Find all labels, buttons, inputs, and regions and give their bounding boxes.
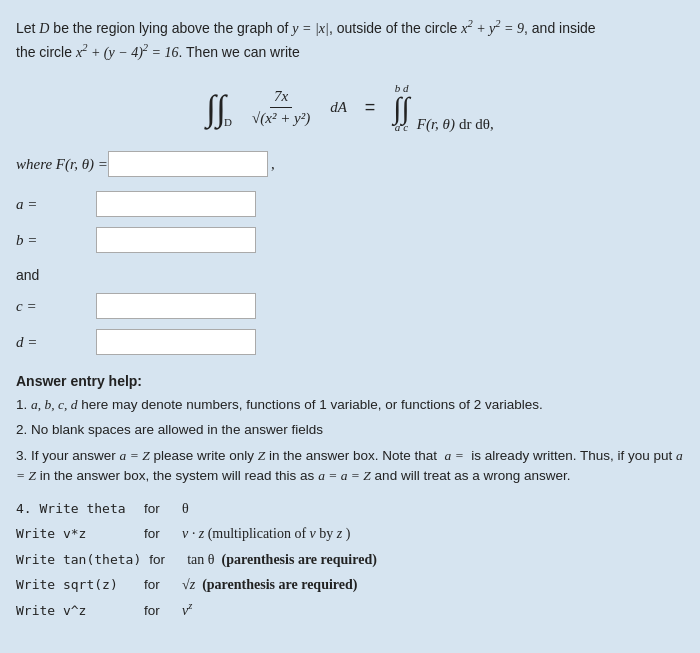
a-input[interactable] [96,191,256,217]
write-tan-code: Write tan(theta) [16,548,141,571]
F-row: where F(r, θ) = , [16,151,684,177]
problem-line1: Let D be the region lying above the grap… [16,20,596,36]
help-item-2: 2. No blank spaces are allowed in the an… [16,420,684,440]
F-expression: F(r, θ) [417,116,455,133]
write-theta-row: 4. Write theta for θ [16,496,684,521]
write-vz-for: for [144,522,174,546]
problem-line2: the circle x2 + (y − 4)2 = 16. Then we c… [16,44,300,60]
write-section: 4. Write theta for θ Write v*z for v · z… [16,496,684,623]
write-sqrt-for: for [144,573,174,597]
equals-sign: = [365,97,376,118]
dr-dtheta: dr dθ, [459,116,494,133]
integral-display: ∫∫ D 7x √(x² + y²) dA = b ∫ a d ∫ c F(r,… [16,82,684,133]
integrand-fraction: 7x √(x² + y²) [248,88,314,127]
a-label: a = [16,196,96,213]
answer-help-title: Answer entry help: [16,373,684,389]
write-sqrt-desc: √z (parenthesis are required) [182,572,357,597]
lower-bound-c: c [403,121,408,133]
integrand-denominator: √(x² + y²) [248,108,314,127]
iterated-integral: b ∫ a d ∫ c F(r, θ) dr dθ, [393,82,493,133]
F-label: where F(r, θ) = [16,156,108,173]
write-theta-code: 4. Write theta [16,497,136,520]
write-theta-for: for [144,497,174,521]
write-pow-code: Write v^z [16,599,136,622]
lower-bound-a: a [395,121,401,133]
d-label: d = [16,334,96,351]
write-pow-row: Write v^z for vz [16,597,684,623]
d-input[interactable] [96,329,256,355]
d-row: d = [16,329,684,355]
a-row: a = [16,191,684,217]
write-tan-for: for [149,548,179,572]
region-label: D [224,116,232,128]
c-label: c = [16,298,96,315]
double-integral-left: ∫∫ D [206,90,234,126]
integral-sign-3: ∫ [402,94,410,121]
b-row: b = [16,227,684,253]
write-vz-row: Write v*z for v · z (multiplication of v… [16,521,684,546]
page-content: Let D be the region lying above the grap… [16,16,684,623]
b-input[interactable] [96,227,256,253]
integral-sign-2: ∫ [393,94,401,121]
b-label: b = [16,232,96,249]
answer-help-section: Answer entry help: 1. a, b, c, d here ma… [16,373,684,623]
write-tan-desc: tan θ (parenthesis are required) [187,547,377,572]
and-text: and [16,267,684,283]
problem-text: Let D be the region lying above the grap… [16,16,684,64]
dA-label: dA [330,99,347,116]
write-tan-row: Write tan(theta) for tan θ (parenthesis … [16,547,684,572]
F-input[interactable] [108,151,268,177]
write-pow-for: for [144,599,174,623]
help-item-3: 3. If your answer a = Z please write onl… [16,446,684,487]
write-vz-code: Write v*z [16,522,136,545]
integrand-numerator: 7x [270,88,292,108]
c-input[interactable] [96,293,256,319]
write-vz-desc: v · z (multiplication of v by z ) [182,521,350,546]
write-sqrt-code: Write sqrt(z) [16,573,136,596]
help-item-1: 1. a, b, c, d here may denote numbers, f… [16,395,684,415]
F-comma: , [271,156,275,173]
c-row: c = [16,293,684,319]
write-theta-desc: θ [182,496,189,521]
write-pow-desc: vz [182,597,192,623]
write-sqrt-row: Write sqrt(z) for √z (parenthesis are re… [16,572,684,597]
